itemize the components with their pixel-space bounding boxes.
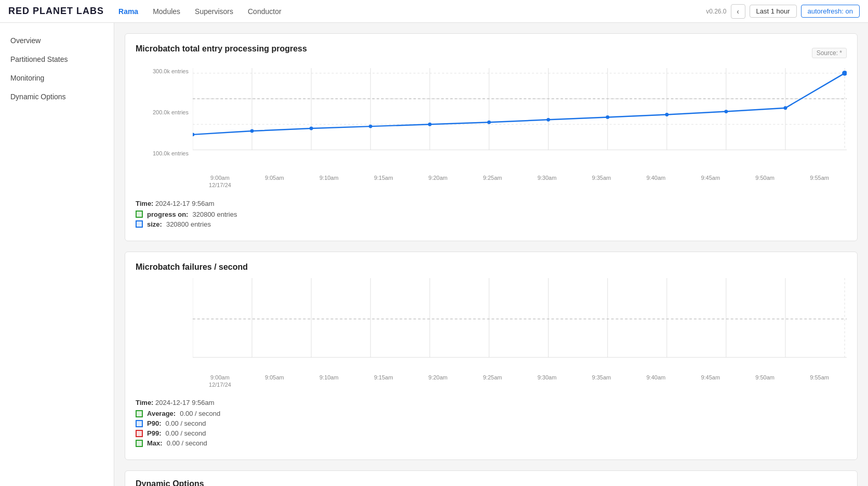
sidebar-item-partitioned-states[interactable]: Partitioned States <box>0 50 114 69</box>
y-label-300k: 300.0k entries <box>136 68 193 74</box>
chart1-svg <box>193 68 847 155</box>
x-label-1: 9:05am <box>247 174 302 189</box>
x2-label-10: 9:50am <box>738 374 792 389</box>
x-label-5: 9:25am <box>465 174 520 189</box>
x2-label-9: 9:45am <box>683 374 738 389</box>
x2-label-6: 9:30am <box>520 374 575 389</box>
dynamic-options-section: Dynamic Options <box>125 470 858 486</box>
legend-max-box <box>136 440 143 447</box>
x2-label-4: 9:20am <box>411 374 465 389</box>
legend-p99-val: 0.00 / second <box>165 429 206 437</box>
legend-size-box <box>136 220 143 228</box>
chart1-y-axis: 300.0k entries 200.0k entries 100.0k ent… <box>136 68 193 156</box>
x2-label-8: 9:40am <box>629 374 683 389</box>
chart2-plot <box>193 278 847 372</box>
svg-point-23 <box>546 118 550 122</box>
nav-rama[interactable]: Rama <box>112 5 144 18</box>
legend-max: Max: 0.00 / second <box>136 439 847 447</box>
x-label-9: 9:45am <box>683 174 738 189</box>
legend-average-box <box>136 410 143 417</box>
x-label-4: 9:20am <box>411 174 465 189</box>
sidebar-item-overview[interactable]: Overview <box>0 31 114 50</box>
legend-p99-key: P99: <box>147 429 161 437</box>
chart1-legend: Time: 2024-12-17 9:56am progress on: 320… <box>136 195 847 228</box>
x-label-8: 9:40am <box>629 174 683 189</box>
nav-back-button[interactable]: ‹ <box>731 4 745 19</box>
chart2-x-axis: 9:00am12/17/24 9:05am 9:10am 9:15am 9:20… <box>193 374 847 389</box>
svg-point-19 <box>310 127 313 130</box>
svg-point-26 <box>724 110 728 113</box>
dynamic-options-title: Dynamic Options <box>136 479 204 486</box>
autorefresh-button[interactable]: autorefresh: on <box>801 5 860 18</box>
chart2-y-axis <box>136 278 193 356</box>
x-label-7: 9:35am <box>574 174 629 189</box>
chart-microbatch-progress: Microbatch total entry processing progre… <box>125 33 858 241</box>
x-label-2: 9:10am <box>302 174 356 189</box>
chart2-title: Microbatch failures / second <box>136 262 248 271</box>
svg-point-22 <box>487 121 491 124</box>
nav-conductor[interactable]: Conductor <box>242 5 288 18</box>
svg-point-17 <box>193 133 194 136</box>
header-right: v0.26.0 ‹ Last 1 hour autorefresh: on <box>706 4 860 19</box>
time-filter-button[interactable]: Last 1 hour <box>750 5 797 18</box>
legend-progress-on: progress on: 320800 entries <box>136 211 847 218</box>
legend-p99: P99: 0.00 / second <box>136 429 847 437</box>
chart1-x-axis: 9:00am12/17/24 9:05am 9:10am 9:15am 9:20… <box>193 174 847 189</box>
chart2-area <box>136 278 847 372</box>
y-label-200k: 200.0k entries <box>136 109 193 115</box>
sidebar-item-monitoring[interactable]: Monitoring <box>0 69 114 87</box>
logo: RED PLANET LABS <box>8 6 104 17</box>
chart-microbatch-failures: Microbatch failures / second <box>125 252 858 461</box>
x-label-0: 9:00am12/17/24 <box>193 174 247 189</box>
main-nav: Rama Modules Supervisors Conductor <box>112 5 288 18</box>
legend-average-key: Average: <box>147 410 176 417</box>
chart1-source: Source: * <box>812 48 847 58</box>
nav-modules[interactable]: Modules <box>146 5 186 18</box>
x-label-3: 9:15am <box>356 174 411 189</box>
legend-size: size: 320800 entries <box>136 220 847 228</box>
chart1-time: Time: 2024-12-17 9:56am <box>136 200 847 207</box>
chart1-plot <box>193 68 847 172</box>
x-label-11: 9:55am <box>792 174 847 189</box>
x-label-6: 9:30am <box>520 174 575 189</box>
legend-p90-box <box>136 420 143 427</box>
svg-point-24 <box>606 115 609 119</box>
svg-point-21 <box>428 123 432 126</box>
legend-p99-box <box>136 430 143 437</box>
legend-size-val: 320800 entries <box>166 220 211 228</box>
svg-point-18 <box>250 129 254 133</box>
legend-max-key: Max: <box>147 439 163 447</box>
x2-label-2: 9:10am <box>302 374 356 389</box>
header: RED PLANET LABS Rama Modules Supervisors… <box>0 0 868 23</box>
x2-label-1: 9:05am <box>247 374 302 389</box>
x2-label-3: 9:15am <box>356 374 411 389</box>
legend-progress-key: progress on: <box>147 211 188 218</box>
layout: Overview Partitioned States Monitoring D… <box>0 23 868 486</box>
y-label-100k: 100.0k entries <box>136 150 193 156</box>
legend-progress-box <box>136 211 143 218</box>
sidebar: Overview Partitioned States Monitoring D… <box>0 23 114 486</box>
x2-label-7: 9:35am <box>574 374 629 389</box>
chart2-svg <box>193 278 847 360</box>
x2-label-11: 9:55am <box>792 374 847 389</box>
chart1-area: 300.0k entries 200.0k entries 100.0k ent… <box>136 68 847 172</box>
svg-point-27 <box>784 106 787 110</box>
x2-label-5: 9:25am <box>465 374 520 389</box>
version-badge: v0.26.0 <box>706 8 726 15</box>
legend-max-val: 0.00 / second <box>167 439 207 447</box>
x-label-10: 9:50am <box>738 174 792 189</box>
legend-p90-val: 0.00 / second <box>165 419 206 427</box>
x2-label-0: 9:00am12/17/24 <box>193 374 247 389</box>
chart2-time: Time: 2024-12-17 9:56am <box>136 399 847 406</box>
legend-p90-key: P90: <box>147 419 161 427</box>
legend-average: Average: 0.00 / second <box>136 410 847 417</box>
nav-supervisors[interactable]: Supervisors <box>189 5 239 18</box>
legend-progress-val: 320800 entries <box>192 211 237 218</box>
main-content: Microbatch total entry processing progre… <box>114 23 868 486</box>
chart1-title: Microbatch total entry processing progre… <box>136 44 307 54</box>
legend-p90: P90: 0.00 / second <box>136 419 847 427</box>
svg-point-20 <box>369 125 372 128</box>
chart2-legend: Time: 2024-12-17 9:56am Average: 0.00 / … <box>136 395 847 447</box>
legend-size-key: size: <box>147 220 162 228</box>
sidebar-item-dynamic-options[interactable]: Dynamic Options <box>0 87 114 106</box>
